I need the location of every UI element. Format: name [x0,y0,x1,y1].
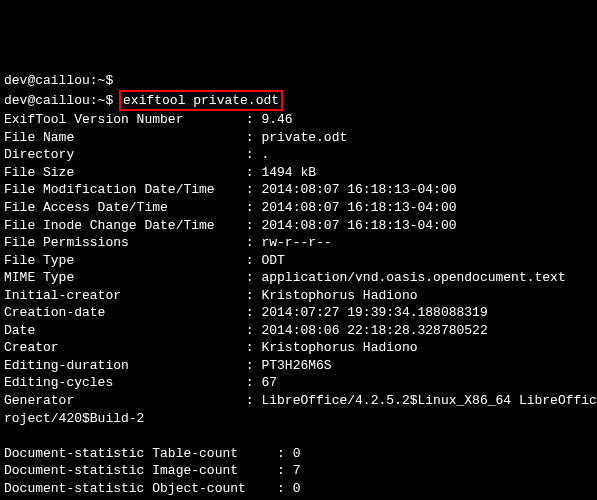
output-row: Document-statistic Object-count : 0 [4,480,593,498]
field-colon: : [246,130,262,145]
field-colon: : [246,393,262,408]
field-colon: : [246,200,262,215]
output-row: File Type : ODT [4,252,593,270]
field-label: File Modification Date/Time [4,181,246,199]
field-colon: : [246,270,262,285]
field-value: PT3H26M6S [261,358,331,373]
output-blank [4,427,593,445]
field-label: File Inode Change Date/Time [4,217,246,235]
output-row: File Size : 1494 kB [4,164,593,182]
field-colon: : [246,218,262,233]
field-colon: : [246,358,262,373]
field-colon: : [246,147,262,162]
output-row-wrap: roject/420$Build-2 [4,410,593,428]
field-value: rw-r--r-- [261,235,331,250]
shell-prompt-prefix: dev@caillou:~$ [4,93,121,108]
field-label: Directory [4,146,246,164]
field-colon: : [277,446,293,461]
output-row: Editing-cycles : 67 [4,374,593,392]
field-label: Document-statistic Table-count [4,445,277,463]
output-row: Directory : . [4,146,593,164]
field-value: private.odt [261,130,347,145]
field-label: Date [4,322,246,340]
field-label: Creator [4,339,246,357]
output-row: MIME Type : application/vnd.oasis.opendo… [4,269,593,287]
output-row: Generator : LibreOffice/4.2.5.2$Linux_X8… [4,392,593,410]
field-value: LibreOffice/4.2.5.2$Linux_X86_64 LibreOf… [261,393,597,408]
field-value: 2014:08:07 16:18:13-04:00 [261,200,456,215]
field-colon: : [246,340,262,355]
field-value: 0 [293,446,301,461]
field-value: 67 [261,375,277,390]
field-colon: : [246,305,262,320]
field-value: 0 [293,481,301,496]
output-row: Document-statistic Image-count : 7 [4,462,593,480]
field-value: 1494 kB [261,165,316,180]
output-row: File Permissions : rw-r--r-- [4,234,593,252]
output-row: Creation-date : 2014:07:27 19:39:34.1880… [4,304,593,322]
field-colon: : [277,463,293,478]
field-colon: : [246,182,262,197]
terminal-output[interactable]: dev@caillou:~$dev@caillou:~$ exiftool pr… [4,72,593,500]
output-row: Initial-creator : Kristophorus Hadiono [4,287,593,305]
field-label: File Type [4,252,246,270]
output-row: Editing-duration : PT3H26M6S [4,357,593,375]
field-label: Document-statistic Image-count [4,462,277,480]
command-highlight: exiftool private.odt [119,90,283,112]
field-colon: : [246,235,262,250]
field-colon: : [246,165,262,180]
field-label: File Size [4,164,246,182]
output-row: File Inode Change Date/Time : 2014:08:07… [4,217,593,235]
field-colon: : [246,375,262,390]
field-colon: : [246,323,262,338]
field-label: Editing-cycles [4,374,246,392]
field-value: application/vnd.oasis.opendocument.text [261,270,565,285]
shell-command-line: dev@caillou:~$ exiftool private.odt [4,90,593,112]
shell-prompt: dev@caillou:~$ [4,72,593,90]
field-label: MIME Type [4,269,246,287]
output-row: File Access Date/Time : 2014:08:07 16:18… [4,199,593,217]
output-row: File Modification Date/Time : 2014:08:07… [4,181,593,199]
field-value: 7 [293,463,301,478]
field-label: Generator [4,392,246,410]
output-row: Date : 2014:08:06 22:18:28.328780522 [4,322,593,340]
field-label: Editing-duration [4,357,246,375]
command-text: exiftool private.odt [123,93,279,108]
field-value: 2014:08:07 16:18:13-04:00 [261,218,456,233]
field-value: 9.46 [261,112,292,127]
field-label: Initial-creator [4,287,246,305]
field-value: 2014:08:07 16:18:13-04:00 [261,182,456,197]
field-label: Document-statistic Object-count [4,480,277,498]
field-colon: : [246,112,262,127]
field-label: File Name [4,129,246,147]
field-value: . [261,147,269,162]
field-value: 2014:07:27 19:39:34.188088319 [261,305,487,320]
field-value: Kristophorus Hadiono [261,288,417,303]
field-label: ExifTool Version Number [4,111,246,129]
field-colon: : [277,481,293,496]
field-colon: : [246,253,262,268]
output-row: Document-statistic Table-count : 0 [4,445,593,463]
field-colon: : [246,288,262,303]
output-row: ExifTool Version Number : 9.46 [4,111,593,129]
field-value: Kristophorus Hadiono [261,340,417,355]
field-label: File Access Date/Time [4,199,246,217]
output-row: Creator : Kristophorus Hadiono [4,339,593,357]
field-value: ODT [261,253,284,268]
field-label: Creation-date [4,304,246,322]
output-row: File Name : private.odt [4,129,593,147]
field-value: 2014:08:06 22:18:28.328780522 [261,323,487,338]
field-label: File Permissions [4,234,246,252]
